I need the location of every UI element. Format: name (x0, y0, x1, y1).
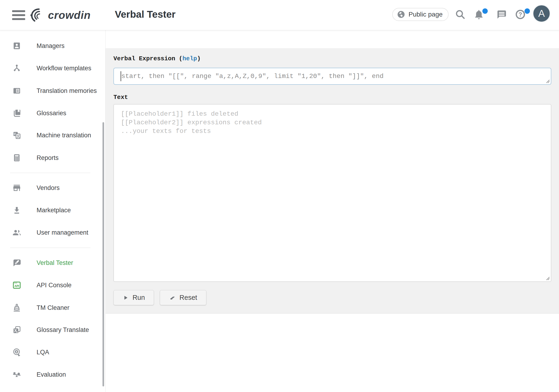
reset-button-label: Reset (180, 294, 197, 301)
expression-label: Verbal Expression (help) (113, 55, 201, 62)
sidebar-item-label: Glossaries (37, 110, 66, 117)
sidebar-item-label: Machine translation (37, 132, 91, 139)
expression-label-suffix: ) (197, 55, 201, 62)
sidebar-item-label: Verbal Tester (37, 259, 73, 266)
svg-text:A: A (16, 331, 18, 333)
button-row: Run Reset (113, 290, 206, 305)
sidebar-item-verbal-tester[interactable]: Verbal Tester (0, 252, 105, 274)
sidebar-item-label: Evaluation (37, 371, 66, 378)
sidebar-item-glossary-translate[interactable]: A Glossary Translate (0, 319, 105, 341)
sidebar-item-reports[interactable]: Reports (0, 147, 105, 169)
text-input-wrap (113, 104, 551, 282)
page-title: Verbal Tester (115, 9, 176, 20)
avatar[interactable]: A (533, 5, 550, 22)
sidebar-item-label: API Console (37, 282, 72, 289)
sidebar-item-label: User management (37, 229, 88, 236)
svg-text:A: A (16, 350, 18, 353)
sidebar-item-lqa[interactable]: A LQA (0, 341, 105, 363)
sidebar-item-user-management[interactable]: User management (0, 221, 105, 244)
globe-icon (396, 10, 406, 19)
resize-grip-icon[interactable] (545, 78, 550, 83)
sidebar-item-tm-cleaner[interactable]: TM Cleaner (0, 297, 105, 319)
public-page-label: Public page (409, 11, 443, 18)
workflow-icon (12, 64, 21, 73)
sidebar-item-api-console[interactable]: API API Console (0, 274, 105, 296)
machine-translate-icon: G (12, 131, 21, 140)
sidebar-item-label: Translation memories (37, 87, 97, 94)
sidebar-item-label: TM Cleaner (37, 304, 69, 311)
sidebar-item-machine-translation[interactable]: G Machine translation (0, 124, 105, 146)
crowdin-logo-mark (30, 8, 46, 22)
reset-button[interactable]: Reset (160, 290, 206, 305)
sidebar-item-workflow-templates[interactable]: Workflow templates (0, 57, 105, 79)
balance-seesaw-icon (12, 370, 21, 379)
sidebar-item-label: Managers (37, 42, 65, 50)
run-button-label: Run (132, 294, 145, 301)
text-caret (121, 71, 121, 81)
download-icon (12, 206, 21, 215)
expression-label-prefix: Verbal Expression ( (113, 55, 182, 62)
page: crowdin Verbal Tester Public page (0, 0, 559, 392)
resize-grip-icon[interactable] (545, 275, 550, 281)
top-header: crowdin Verbal Tester Public page (0, 0, 559, 30)
sidebar: Managers Workflow templates Translation … (0, 30, 105, 392)
text-input[interactable] (113, 104, 551, 282)
api-window-icon: API (12, 281, 21, 290)
help-link[interactable]: help (182, 55, 197, 62)
crowdin-logo-text: crowdin (48, 9, 91, 21)
sidebar-item-marketplace[interactable]: Marketplace (0, 199, 105, 221)
hamburger-menu-icon[interactable] (12, 10, 25, 20)
book-bookmark-icon (12, 109, 21, 118)
public-page-button[interactable]: Public page (392, 8, 449, 21)
sidebar-item-label: Glossary Translate (37, 326, 89, 334)
avatar-letter: A (538, 8, 545, 19)
expression-input-wrap (113, 68, 551, 85)
storefront-icon (12, 183, 21, 192)
run-button[interactable]: Run (113, 290, 154, 305)
sidebar-item-evaluation[interactable]: Evaluation (0, 363, 105, 386)
sidebar-divider (10, 173, 90, 173)
play-icon (122, 295, 129, 301)
verbal-tester-panel: Verbal Expression (help) Text Run (105, 48, 559, 314)
memory-card-icon (12, 86, 21, 95)
sidebar-item-managers[interactable]: Managers (0, 35, 105, 57)
sidebar-item-label: Workflow templates (37, 65, 91, 72)
help-icon[interactable]: ? (515, 9, 526, 20)
magnifier-a-icon: A (12, 347, 21, 357)
notifications-badge-dot (482, 8, 488, 14)
eraser-icon (169, 294, 176, 301)
glossary-translate-icon: A (12, 325, 21, 335)
expression-input[interactable] (113, 68, 551, 85)
sidebar-item-vendors[interactable]: Vendors (0, 177, 105, 199)
sidebar-scrollbar-thumb[interactable] (102, 122, 104, 386)
help-badge-dot (524, 8, 530, 14)
sidebar-item-label: Marketplace (37, 207, 71, 214)
search-icon[interactable] (455, 9, 466, 20)
svg-text:?: ? (519, 11, 522, 18)
messages-icon[interactable] (496, 9, 507, 20)
sidebar-item-label: LQA (37, 349, 49, 356)
people-icon (12, 228, 21, 237)
sidebar-item-label: Vendors (37, 184, 60, 191)
crowdin-logo[interactable]: crowdin (30, 6, 91, 24)
manager-badge-icon (12, 41, 21, 51)
sidebar-divider (10, 248, 90, 248)
text-label: Text (113, 94, 128, 101)
sidebar-item-glossaries[interactable]: Glossaries (0, 102, 105, 124)
sidebar-item-label: Reports (37, 154, 59, 162)
broom-icon (12, 303, 21, 312)
speech-testtube-icon (12, 258, 21, 267)
calculator-icon (12, 153, 21, 163)
svg-text:API: API (14, 284, 19, 288)
sidebar-item-translation-memories[interactable]: Translation memories (0, 80, 105, 102)
